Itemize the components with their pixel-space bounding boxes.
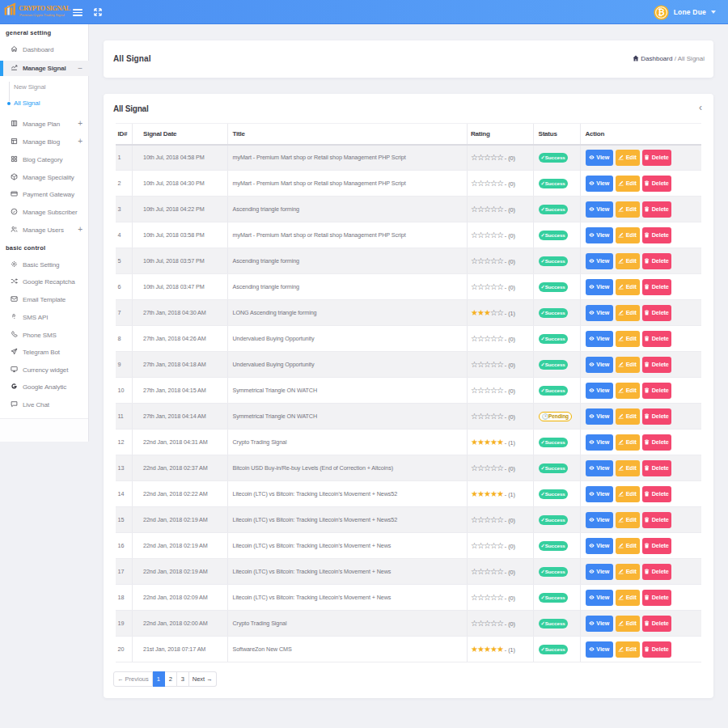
svg-text:₿: ₿ xyxy=(658,8,664,17)
